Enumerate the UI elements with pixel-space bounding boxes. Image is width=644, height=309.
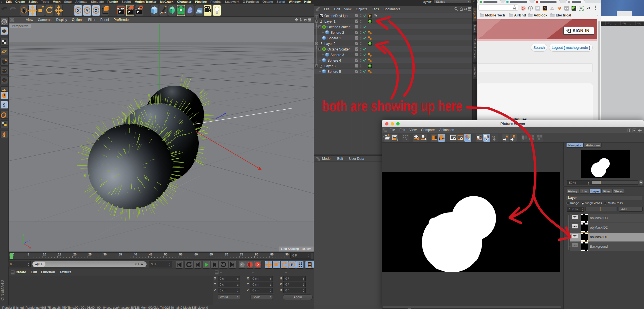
svg-text:S: S xyxy=(3,103,6,107)
svg-text:5: 5 xyxy=(28,253,29,256)
svg-text:10: 10 xyxy=(43,253,46,256)
svg-text:Octane Scatter: Octane Scatter xyxy=(327,47,350,51)
svg-text:P: P xyxy=(291,263,293,267)
svg-text:?: ? xyxy=(397,138,398,141)
svg-text:Z: Z xyxy=(29,238,30,241)
svg-text:30: 30 xyxy=(103,253,107,256)
svg-text:!: ! xyxy=(530,7,531,10)
svg-text:B: B xyxy=(487,136,489,138)
svg-text:65: 65 xyxy=(210,253,213,256)
svg-text:OctaneDayLight: OctaneDayLight xyxy=(324,14,349,18)
svg-text:Sphere 3: Sphere 3 xyxy=(330,53,344,57)
svg-text:40: 40 xyxy=(134,253,137,256)
svg-text:75: 75 xyxy=(240,253,243,256)
svg-text:90: 90 xyxy=(285,253,289,256)
svg-text:Layer 1: Layer 1 xyxy=(324,20,336,23)
svg-text:25: 25 xyxy=(88,253,92,256)
svg-text:15: 15 xyxy=(58,253,61,256)
svg-text:80: 80 xyxy=(255,253,258,256)
svg-text:132: 132 xyxy=(606,22,611,25)
svg-text:50: 50 xyxy=(164,253,167,256)
svg-text:45: 45 xyxy=(149,253,152,256)
svg-text:144: 144 xyxy=(636,22,641,25)
svg-text:B: B xyxy=(480,137,482,139)
svg-text:Octane Scatter: Octane Scatter xyxy=(327,25,350,29)
svg-text:55: 55 xyxy=(179,253,183,256)
svg-text:20: 20 xyxy=(73,253,77,256)
svg-text:Y: Y xyxy=(23,233,24,236)
svg-text:A: A xyxy=(484,136,486,138)
svg-text:X: X xyxy=(77,8,79,13)
svg-text:0: 0 xyxy=(321,64,322,66)
svg-text:Z: Z xyxy=(95,8,97,13)
svg-text:Sphere 2: Sphere 2 xyxy=(330,31,344,35)
svg-text:0: 0 xyxy=(321,42,322,44)
svg-text:12: 12 xyxy=(404,138,407,141)
svg-text:Layer 2: Layer 2 xyxy=(324,42,336,46)
svg-text:A: A xyxy=(506,135,508,138)
svg-text:85: 85 xyxy=(270,253,274,256)
svg-text:138: 138 xyxy=(621,22,626,25)
svg-text:60: 60 xyxy=(195,253,198,256)
svg-text:X: X xyxy=(29,247,31,250)
svg-text:⇄: ⇄ xyxy=(523,139,524,141)
svg-text:Sphere 5: Sphere 5 xyxy=(327,70,341,74)
svg-text:AB: AB xyxy=(492,135,495,138)
svg-text:Sphere 4: Sphere 4 xyxy=(327,59,341,62)
svg-text:35: 35 xyxy=(119,253,122,256)
svg-text:0: 0 xyxy=(321,20,322,22)
svg-text:70: 70 xyxy=(225,253,228,256)
svg-text:B: B xyxy=(513,135,515,138)
svg-text:Layer 3: Layer 3 xyxy=(324,64,336,68)
svg-text:Y: Y xyxy=(86,8,88,13)
svg-text:?: ? xyxy=(257,263,259,267)
svg-text:A: A xyxy=(477,137,479,139)
svg-text:Sphere 1: Sphere 1 xyxy=(327,36,341,40)
